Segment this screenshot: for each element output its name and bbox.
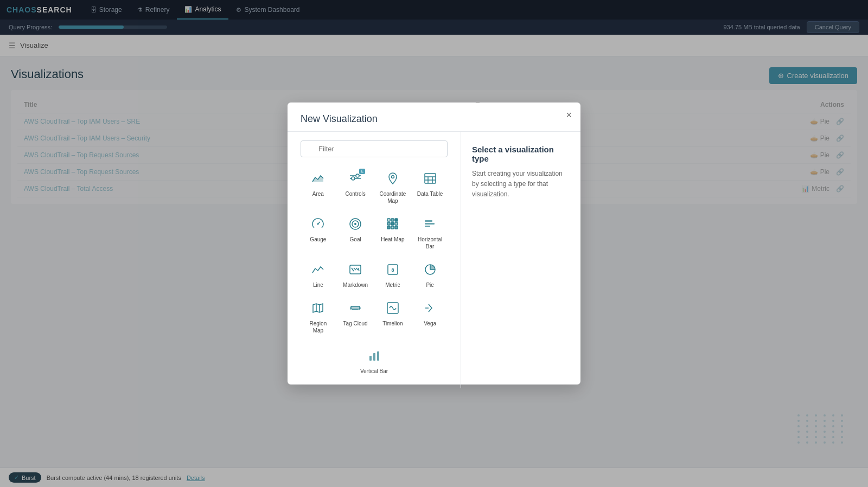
viz-type-timelion[interactable]: Timelion [375,296,411,339]
svg-rect-7 [425,174,436,183]
modal-close-button[interactable]: × [566,110,572,120]
viz-type-heat-map[interactable]: Heat Map [375,212,411,255]
svg-rect-25 [395,226,398,229]
svg-rect-20 [387,222,390,225]
viz-type-data-table[interactable]: Data Table [412,166,448,209]
svg-point-6 [391,176,394,178]
viz-type-tag-cloud[interactable]: Tag Cloud [338,296,373,339]
svg-text:8: 8 [391,267,394,273]
viz-type-grid: Area E Controls [301,166,448,339]
viz-type-coordinate-map[interactable]: Coordinate Map [375,166,411,209]
svg-line-30 [352,268,354,271]
filter-wrapper: 🔍 [301,140,448,157]
modal-left-panel: 🔍 Area E [288,132,461,388]
svg-rect-22 [395,222,398,225]
viz-type-vertical-bar[interactable]: Vertical Bar [355,343,394,380]
svg-rect-26 [425,220,432,222]
viz-type-line[interactable]: Line [301,257,336,293]
svg-rect-49 [373,353,375,361]
svg-line-32 [356,268,358,270]
heat-map-icon [386,217,399,233]
markdown-icon [349,263,362,278]
svg-rect-19 [395,219,398,221]
svg-point-13 [317,223,319,225]
svg-rect-27 [425,223,435,225]
controls-icon: E [349,172,362,187]
viz-type-pie[interactable]: Pie [412,257,448,293]
viz-type-horizontal-bar[interactable]: Horizontal Bar [412,212,448,255]
tag-cloud-icon [349,302,362,317]
horizontal-bar-icon [424,217,437,233]
gauge-icon [311,217,324,233]
viz-type-vega[interactable]: Vega [412,296,448,339]
svg-rect-48 [369,356,372,361]
goal-icon [349,217,362,233]
modal-body: 🔍 Area E [288,132,580,388]
region-map-icon [311,302,324,317]
viz-type-controls[interactable]: E Controls [338,166,373,209]
viz-type-markdown[interactable]: Markdown [338,257,373,293]
viz-type-goal[interactable]: Goal [338,212,373,255]
svg-point-16 [354,223,356,225]
svg-rect-23 [387,226,390,229]
modal-right-panel: Select a visualization type Start creati… [461,132,580,388]
svg-line-31 [354,268,356,270]
select-viz-title: Select a visualization type [472,145,570,163]
svg-line-33 [358,268,359,271]
svg-rect-50 [377,351,379,361]
svg-rect-24 [391,226,394,229]
new-visualization-modal: New Visualization × 🔍 Area [288,102,580,385]
vega-icon [424,302,437,317]
svg-point-3 [356,174,359,177]
line-chart-icon [311,263,324,278]
filter-input[interactable] [301,140,448,157]
area-chart-icon [311,172,324,187]
timelion-icon [386,302,399,317]
svg-rect-21 [391,222,394,225]
modal-header: New Visualization × [288,102,580,132]
svg-rect-18 [391,219,394,221]
modal-title: New Visualization [301,113,567,125]
svg-point-0 [352,177,355,180]
pie-chart-icon [424,263,437,278]
modal-overlay[interactable]: New Visualization × 🔍 Area [0,0,868,487]
metric-icon: 8 [386,263,399,278]
viz-type-gauge[interactable]: Gauge [301,212,336,255]
coordinate-map-icon [386,172,399,187]
viz-type-region-map[interactable]: Region Map [301,296,336,339]
select-viz-desc: Start creating your visualization by sel… [472,169,570,200]
svg-rect-17 [387,219,390,221]
data-table-icon [424,172,437,187]
viz-type-metric[interactable]: 8 Metric [375,257,411,293]
svg-rect-28 [425,226,430,227]
vertical-bar-icon [368,349,381,364]
viz-type-area[interactable]: Area [301,166,336,209]
